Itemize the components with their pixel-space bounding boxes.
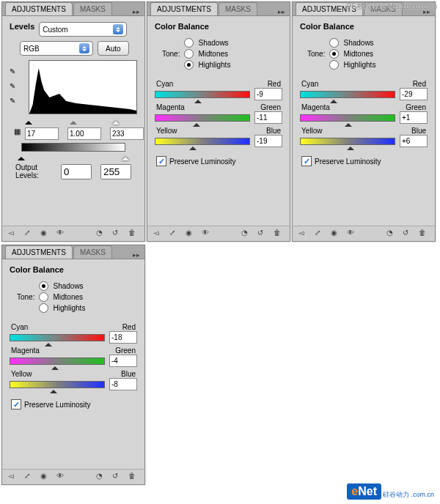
input-white[interactable] [110,127,144,140]
reset-icon[interactable]: ↺ [403,229,413,239]
magenta-green-slider[interactable] [10,357,105,365]
expand-icon[interactable]: ⤢ [24,229,34,239]
eye-icon[interactable]: 👁 [347,229,357,239]
reset-icon[interactable]: ↺ [257,229,268,239]
circle-icon[interactable]: ◉ [40,229,51,239]
tab-masks[interactable]: MASKS [73,245,112,259]
radio-shadows[interactable] [184,38,194,48]
tone-shadows-label: Shadows [198,39,228,47]
tab-masks[interactable]: MASKS [219,2,257,15]
output-white[interactable] [100,164,131,179]
tone-shadows-label: Shadows [343,39,373,47]
circle-icon[interactable]: ◉ [40,472,51,482]
expand-icon[interactable]: ⤢ [169,229,180,239]
auto-button[interactable]: Auto [98,41,129,56]
input-mid[interactable] [67,127,101,140]
circle-icon[interactable]: ◉ [331,229,341,239]
output-label: Output Levels: [15,163,56,179]
cyan-red-slider[interactable] [300,91,395,98]
tab-adjustments[interactable]: ADJUSTMENTS [5,245,73,259]
cyan-red-slider[interactable] [10,334,105,341]
tone-highlights-label: Highlights [343,61,375,69]
panel-title: Color Balance [155,22,282,31]
collapse-icon[interactable]: ▸▸ [276,8,287,15]
trash-icon[interactable]: 🗑 [128,472,139,482]
trash-icon[interactable]: 🗑 [128,229,139,239]
clip-icon[interactable]: ◔ [386,229,397,239]
tone-highlights-label: Highlights [198,61,230,69]
brand-logo: eNet硅谷动力 .com.cn [347,483,434,500]
green-label: Green [406,103,426,111]
collapse-icon[interactable]: ▸▸ [131,251,142,259]
preserve-luminosity-label: Preserve Luminosity [315,158,381,166]
preset-dropdown[interactable]: Custom [39,22,127,37]
back-icon[interactable]: ◅ [153,229,164,239]
green-label: Green [260,103,281,111]
collapse-icon[interactable]: ▸▸ [131,8,142,15]
tab-masks[interactable]: MASKS [73,2,112,15]
eye-icon[interactable]: 👁 [56,472,67,482]
radio-midtones[interactable] [184,49,194,59]
output-black[interactable] [61,164,92,179]
tab-adjustments[interactable]: ADJUSTMENTS [5,2,73,15]
yellow-blue-slider[interactable] [300,138,395,145]
clip-icon[interactable]: ◔ [96,229,106,239]
yellow-label: Yellow [11,370,32,378]
yellow-blue-slider[interactable] [155,138,250,145]
clip-icon[interactable]: ◔ [241,229,252,239]
radio-highlights[interactable] [184,60,194,70]
cyan-red-slider[interactable] [155,91,250,98]
magenta-green-value[interactable] [254,111,282,124]
cyan-label: Cyan [301,80,318,88]
eyedropper-white-icon[interactable]: ✎ [10,97,20,107]
yellow-blue-value[interactable] [254,135,282,147]
clip-icon[interactable]: ◔ [96,472,106,482]
radio-midtones[interactable] [329,49,339,59]
magenta-green-value[interactable] [109,355,137,367]
radio-midtones[interactable] [39,292,48,302]
expand-icon[interactable]: ⤢ [315,229,325,239]
eyedropper-gray-icon[interactable]: ✎ [10,82,20,92]
back-icon[interactable]: ◅ [298,229,309,239]
circle-icon[interactable]: ◉ [186,229,196,239]
back-icon[interactable]: ◅ [8,229,18,239]
preserve-luminosity-label: Preserve Luminosity [169,158,236,166]
eyedropper-black-icon[interactable]: ✎ [10,67,20,78]
channel-dropdown[interactable]: RGB [20,41,93,56]
magenta-green-value[interactable] [400,111,428,124]
red-label: Red [122,323,136,331]
yellow-blue-value[interactable] [109,378,137,390]
radio-shadows[interactable] [329,38,339,48]
cyan-red-value[interactable] [109,331,137,344]
input-black[interactable] [25,127,59,140]
calc-icon[interactable]: ▦ [14,127,21,140]
panel-title: Color Balance [10,265,137,274]
reset-icon[interactable]: ↺ [112,229,122,239]
cyan-red-value[interactable] [400,88,428,100]
radio-shadows[interactable] [39,281,48,291]
magenta-label: Magenta [156,103,185,111]
back-icon[interactable]: ◅ [8,472,18,482]
tab-adjustments[interactable]: ADJUSTMENTS [150,2,218,15]
yellow-label: Yellow [301,127,323,135]
eye-icon[interactable]: 👁 [202,229,212,239]
blue-label: Blue [411,127,426,135]
radio-highlights[interactable] [329,60,339,70]
yellow-blue-value[interactable] [400,135,428,147]
reset-icon[interactable]: ↺ [112,472,122,482]
cyan-red-value[interactable] [254,88,282,100]
eye-icon[interactable]: 👁 [56,229,67,239]
expand-icon[interactable]: ⤢ [24,472,34,482]
tone-label: Tone: [162,50,180,58]
radio-highlights[interactable] [39,303,48,313]
magenta-green-slider[interactable] [300,114,395,122]
output-gradient[interactable] [21,143,125,152]
trash-icon[interactable]: 🗑 [274,229,284,239]
preserve-luminosity-checkbox[interactable]: ✓ [301,156,312,166]
magenta-green-slider[interactable] [155,114,250,122]
preserve-luminosity-checkbox[interactable]: ✓ [156,156,166,166]
preserve-luminosity-checkbox[interactable]: ✓ [11,399,21,410]
trash-icon[interactable]: 🗑 [419,229,429,239]
tab-bar: ADJUSTMENTS MASKS ▸▸ [2,2,144,16]
yellow-blue-slider[interactable] [10,381,105,388]
